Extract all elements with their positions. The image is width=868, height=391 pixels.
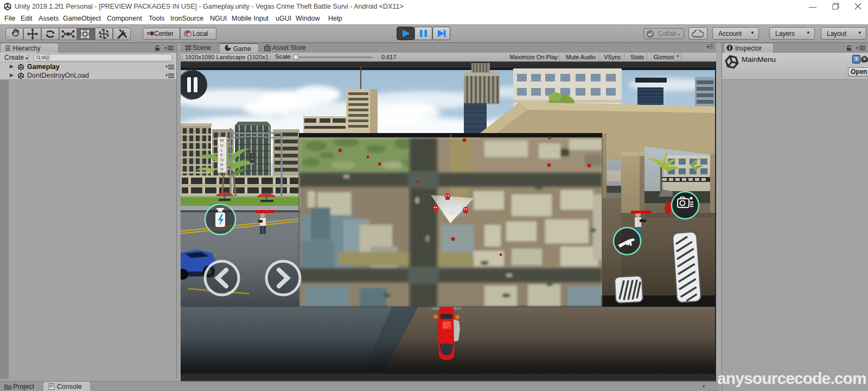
svg-text:6: 6 [450,134,452,137]
svg-text:L: L [221,148,224,153]
svg-text:?: ? [855,56,858,62]
svg-text:O: O [220,157,224,162]
svg-text:D: D [220,167,224,172]
svg-text:U: U [220,143,224,148]
svg-text:F: F [221,153,224,157]
svg-text:M: M [220,138,224,143]
